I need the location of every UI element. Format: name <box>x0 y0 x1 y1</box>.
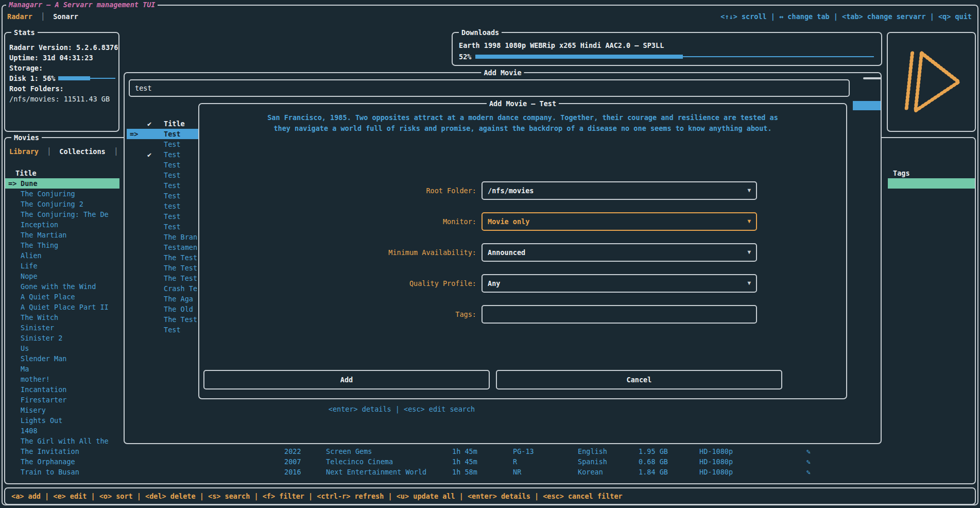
result-title: The Test <box>164 314 197 325</box>
downloads-panel: Downloads Earth 1998 1080p WEBRip x265 H… <box>452 32 882 66</box>
search-result-item[interactable]: Testamen <box>127 242 199 252</box>
search-input[interactable]: test <box>129 79 850 97</box>
download-gauge <box>475 52 874 62</box>
search-result-item[interactable]: Test <box>127 170 199 180</box>
search-result-item[interactable]: Crash Te <box>127 283 199 294</box>
search-result-item[interactable]: Test <box>127 180 199 191</box>
movie-list-item[interactable]: Slender Man <box>5 353 119 364</box>
tab-radarr[interactable]: Radarr <box>7 12 32 21</box>
field-dropdown[interactable]: Any ▼ <box>482 274 757 293</box>
cell-language: English <box>578 446 607 456</box>
results-scrollbar-thumb[interactable] <box>853 101 881 110</box>
bottom-keybindings: <a> add | <e> edit | <o> sort | <del> de… <box>11 491 623 501</box>
movie-list-item[interactable]: Incantation <box>5 384 119 395</box>
result-title: Test <box>164 149 181 160</box>
movie-list-item[interactable]: The Invitation <box>5 446 119 456</box>
movie-list-item[interactable]: mother! <box>5 374 119 384</box>
tab-collections[interactable]: Collections <box>59 147 105 156</box>
search-result-item[interactable]: Test <box>127 139 199 149</box>
search-result-item[interactable]: The Test <box>127 252 199 263</box>
movie-list-item[interactable]: Nope <box>5 271 119 281</box>
search-result-item[interactable]: ✔ Test <box>127 149 199 160</box>
field-dropdown[interactable]: Announced ▼ <box>482 243 757 262</box>
form-field-row: Root Folder: /nfs/movies ▼ <box>208 181 757 200</box>
dialog-button[interactable]: Add <box>203 370 490 390</box>
movie-list-item[interactable]: Inception <box>5 219 119 230</box>
movie-list-item[interactable]: The Thing <box>5 240 119 250</box>
cell-quality: HD-1080p <box>699 446 733 456</box>
search-result-item[interactable]: => Test <box>127 129 199 139</box>
field-label: Minimum Availability: <box>208 243 476 262</box>
result-title: The Test <box>164 263 197 273</box>
gauge-fill <box>58 76 90 80</box>
movie-overview: San Francisco, 1985. Two opposites attra… <box>263 112 783 134</box>
search-scrollbar-thumb[interactable] <box>863 77 882 79</box>
movie-list-item[interactable]: 1408 <box>5 426 119 436</box>
movie-list-item[interactable]: Alien <box>5 250 119 261</box>
field-label: Monitor: <box>208 212 476 231</box>
movie-list-item[interactable]: The Witch <box>5 312 119 323</box>
add-movie-popup-title: Add Movie <box>481 67 524 78</box>
cell-studio: Telecinco Cinema <box>326 456 393 467</box>
movie-list-item[interactable]: The Conjuring <box>5 189 119 199</box>
movie-list-item[interactable]: Misery <box>5 405 119 415</box>
movie-list-item[interactable]: The Conjuring 2 <box>5 199 119 209</box>
search-result-item[interactable]: Test <box>127 325 199 335</box>
movie-list-item[interactable]: Firestarter <box>5 395 119 405</box>
selected-movie-tags-cell[interactable] <box>888 178 975 189</box>
movie-list-item[interactable]: The Martian <box>5 230 119 240</box>
form-field-row: Tags: <box>208 305 757 324</box>
movie-list-item[interactable]: A Quiet Place <box>5 292 119 302</box>
movie-title: Sinister 2 <box>21 334 62 342</box>
selection-arrow-icon: => <box>8 178 21 189</box>
field-label: Tags: <box>208 305 476 324</box>
search-result-item[interactable]: test <box>127 201 199 211</box>
movie-list-item[interactable]: Life <box>5 261 119 271</box>
search-result-item[interactable]: The Test <box>127 314 199 325</box>
movie-list-item[interactable]: Ma <box>5 364 119 374</box>
cell-rating: R <box>513 456 517 467</box>
result-title: Testamen <box>164 242 197 252</box>
dialog-button[interactable]: Cancel <box>496 370 782 390</box>
search-result-item[interactable]: Test <box>127 211 199 222</box>
managarr-app: Managarr – A Servarr management TUI Rada… <box>0 0 980 508</box>
add-movie-form: Root Folder: /nfs/movies ▼ Monitor: Movi… <box>208 181 757 336</box>
movie-list-item[interactable]: A Quiet Place Part II <box>5 302 119 312</box>
movie-title: Life <box>21 262 38 270</box>
cell-language: Spanish <box>578 456 607 467</box>
movie-title: A Quiet Place Part II <box>21 303 109 311</box>
search-result-item[interactable]: The Old <box>127 304 199 314</box>
search-result-item[interactable]: The Test <box>127 273 199 283</box>
movie-list-item[interactable]: The Conjuring: The De <box>5 209 119 219</box>
field-dropdown[interactable]: Movie only ▼ <box>482 212 757 231</box>
field-value: Any <box>488 275 500 292</box>
tab-separator: │ <box>114 147 118 156</box>
movie-list-item[interactable]: Sinister <box>5 323 119 333</box>
dialog-button-label: Add <box>340 376 353 384</box>
search-result-item[interactable]: Test <box>127 222 199 232</box>
search-result-item[interactable]: The Bran <box>127 232 199 242</box>
cell-quality: HD-1080p <box>699 467 733 477</box>
tab-library[interactable]: Library <box>9 147 39 156</box>
result-title: The Test <box>164 252 197 263</box>
movie-list-item[interactable]: Train to Busan <box>5 467 119 477</box>
field-dropdown[interactable]: /nfs/movies ▼ <box>482 181 757 200</box>
tab-sonarr[interactable]: Sonarr <box>53 12 78 21</box>
search-result-item[interactable]: Test <box>127 160 199 170</box>
search-result-item[interactable]: The Aga <box>127 294 199 304</box>
search-result-item[interactable]: The Test <box>127 263 199 273</box>
table-row[interactable]: 2007 Telecinco Cinema 1h 45m R Spanish 0… <box>284 456 851 467</box>
download-progress-row: 52% <box>459 52 874 62</box>
movie-list-item[interactable]: Gone with the Wind <box>5 281 119 292</box>
movie-list-item[interactable]: The Orphanage <box>5 456 119 467</box>
movie-list-item[interactable]: Lights Out <box>5 415 119 426</box>
search-result-item[interactable]: Test <box>127 191 199 201</box>
movie-list-item[interactable]: Us <box>5 343 119 353</box>
movie-list-item[interactable]: =>Dune <box>5 178 119 189</box>
movie-list-item[interactable]: The Girl with All the <box>5 436 119 446</box>
field-dropdown[interactable] <box>482 305 757 324</box>
table-row[interactable]: 2022 Screen Gems 1h 45m PG-13 English 1.… <box>284 446 851 456</box>
table-row[interactable]: 2016 Next Entertainment World 1h 58m NR … <box>284 467 851 477</box>
result-title: Test <box>164 325 181 335</box>
movie-list-item[interactable]: Sinister 2 <box>5 333 119 343</box>
